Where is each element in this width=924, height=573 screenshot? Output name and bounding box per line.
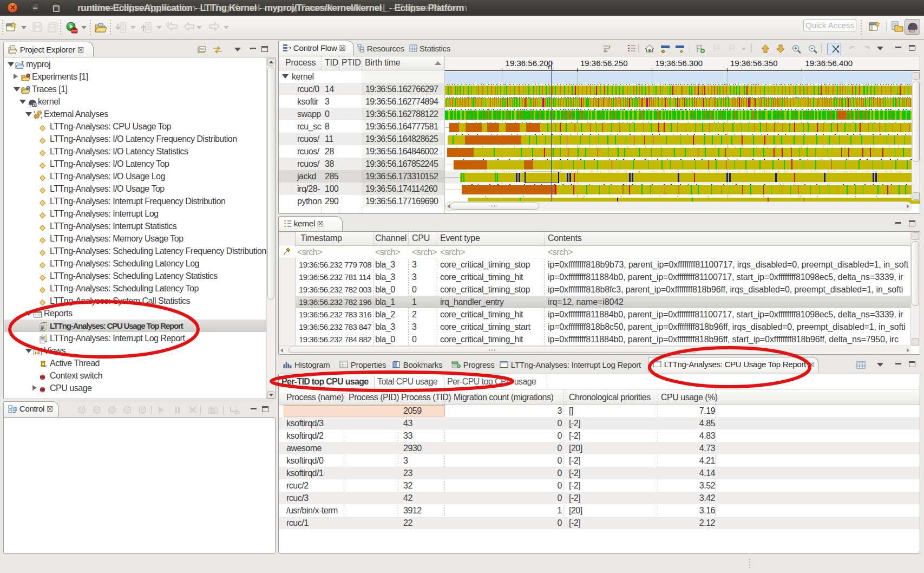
svg-text:T1: T1 bbox=[547, 65, 553, 70]
svg-text:19:36:56.350: 19:36:56.350 bbox=[730, 58, 778, 68]
svg-text:19:36:56.400: 19:36:56.400 bbox=[805, 58, 853, 68]
svg-text:19:36:56.250: 19:36:56.250 bbox=[580, 58, 628, 68]
svg-text:19:36:56.300: 19:36:56.300 bbox=[656, 58, 703, 68]
svg-text:19:36:56.200: 19:36:56.200 bbox=[506, 58, 553, 68]
